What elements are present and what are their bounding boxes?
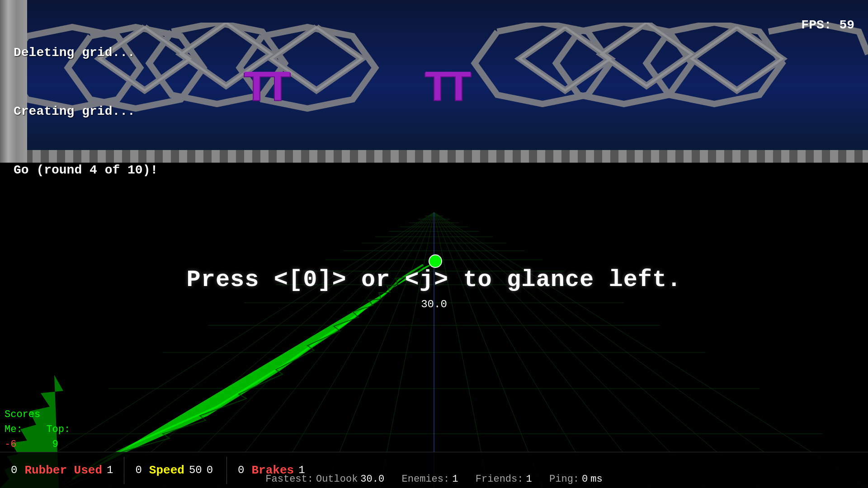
ping-unit: ms	[590, 474, 602, 485]
scores-panel: Scores Me: Top: -6 9	[5, 407, 70, 452]
speed-left-val: 0	[135, 464, 142, 476]
game-log: Deleting grid... Creating grid... Go (ro…	[14, 4, 158, 219]
hint-text: Press <[0]> or <j> to glance left.	[0, 267, 868, 293]
fastest-label: Fastest:	[265, 474, 313, 485]
rubber-label: Rubber Used	[24, 464, 102, 477]
enemies-val: 1	[452, 474, 458, 485]
scores-top-value: 9	[52, 439, 58, 450]
speed-right-val: 0	[207, 464, 213, 476]
scores-title: Scores	[5, 407, 70, 422]
log-line-2: Creating grid...	[14, 102, 158, 121]
scores-me-label: Me:	[5, 424, 23, 435]
outlook-label: Outlook	[316, 474, 358, 485]
fps-label: FPS:	[801, 18, 831, 32]
speed-group: 0 Speed 50 0	[124, 452, 226, 488]
scores-values: -6 9	[5, 437, 70, 452]
status-bar: 0 Rubber Used 1 0 Speed 50 0 0 Brakes 1 …	[0, 452, 868, 488]
enemies-label: Enemies:	[402, 474, 450, 485]
rubber-right-val: 1	[107, 464, 113, 476]
friends-val: 1	[526, 474, 532, 485]
rubber-left-val: 0	[11, 464, 17, 476]
log-line-3: Go (round 4 of 10)!	[14, 160, 158, 180]
outlook-val: 30.0	[360, 474, 384, 485]
game-container: TT TT	[0, 0, 868, 488]
ping-val: 0	[582, 474, 588, 485]
log-line-1: Deleting grid...	[14, 43, 158, 62]
speed-center-val: 50	[189, 464, 202, 476]
ping-label: Ping:	[549, 474, 579, 485]
fps-value: 59	[839, 18, 854, 32]
tt-logo-right: TT	[425, 63, 467, 110]
scores-me: Me: Top:	[5, 422, 70, 437]
svg-point-36	[429, 255, 442, 267]
friends-label: Friends:	[476, 474, 524, 485]
speed-label: Speed	[149, 464, 184, 477]
fps-counter: FPS: 59	[801, 18, 854, 32]
scores-me-value: -6	[5, 439, 16, 450]
brakes-left-val: 0	[238, 464, 244, 476]
scores-top-label: Top:	[46, 424, 70, 435]
rubber-used-group: 0 Rubber Used 1	[0, 452, 124, 488]
fastest-info: Fastest: Outlook 30.0 Enemies: 1 Friends…	[265, 470, 602, 488]
tt-logo-left: TT	[244, 63, 287, 110]
speed-readout: 30.0	[421, 298, 447, 310]
